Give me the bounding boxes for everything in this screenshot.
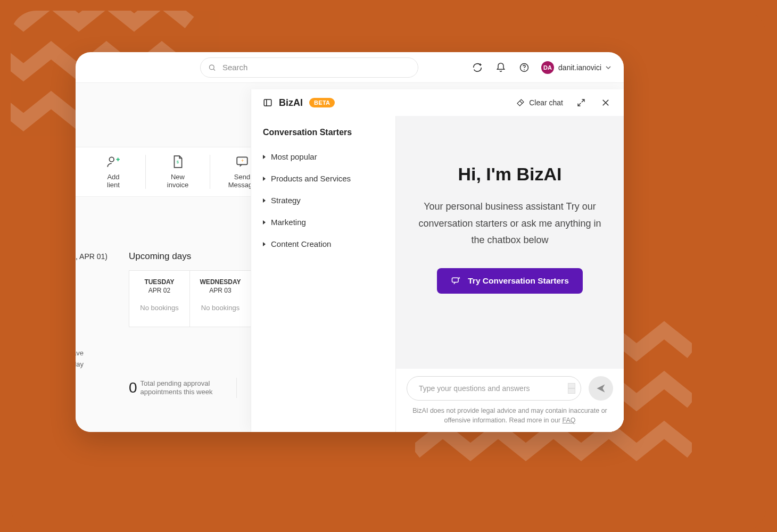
starter-label: Content Creation [271,239,331,248]
user-menu[interactable]: DA danit.ianovici [541,61,611,74]
chevron-right-icon [263,155,266,159]
stat-value: 0 [129,379,137,396]
day-date: APR 02 [135,287,184,294]
stepper-up-icon[interactable] [568,383,575,388]
chevron-down-icon [606,65,611,70]
day-status: No bookings [195,304,245,312]
send-icon [596,383,606,394]
chat-input-field[interactable] [407,376,581,401]
conversation-starters-sidebar: Conversation Starters Most popular Produ… [251,116,396,432]
resize-stepper[interactable] [568,383,575,394]
send-button[interactable] [589,376,613,401]
starter-label: Marketing [271,218,306,227]
svg-point-3 [524,69,525,70]
starters-heading: Conversation Starters [263,128,384,137]
starter-item-most-popular[interactable]: Most popular [263,146,384,168]
day-card[interactable]: TUESDAY APR 02 No bookings [129,271,190,327]
try-starters-button[interactable]: Try Conversation Starters [437,268,583,294]
quick-action-add-client[interactable]: Addlient [81,155,145,189]
chat-area: Hi, I'm BizAI Your personal business ass… [396,116,624,432]
bizai-panel: BizAI BETA Clear chat Conversation Start… [251,89,624,432]
bell-icon[interactable] [494,61,507,74]
starter-label: Strategy [271,196,301,205]
clear-chat-label: Clear chat [529,98,563,107]
invoice-icon: $ [171,155,185,169]
day-name: TUESDAY [135,278,184,286]
close-icon[interactable] [599,96,612,109]
today-date-partial: N, APR 01) [76,252,108,261]
stepper-down-icon[interactable] [568,388,575,394]
bizai-title: BizAI [279,97,303,109]
chat-input-bar [396,369,624,406]
stats-row: 0 Total pending approval appointments th… [129,378,261,398]
search-input[interactable] [222,63,410,72]
bizai-body: Conversation Starters Most popular Produ… [251,116,624,432]
chevron-right-icon [263,198,266,203]
svg-point-0 [209,65,214,70]
broom-icon [516,98,525,107]
chat-input[interactable] [419,384,568,393]
disclaimer-text: BizAI does not provide legal advice and … [396,406,624,433]
svg-rect-10 [452,278,459,282]
greeting-subtitle: Your personal business assistant Try our… [411,198,609,249]
stat-label: Total pending approval appointments this… [140,379,220,397]
starter-label: Most popular [271,152,317,161]
faq-link[interactable]: FAQ [563,417,576,424]
help-icon[interactable] [518,61,531,74]
day-name: WEDNESDAY [195,278,245,286]
separator [236,378,237,398]
message-icon: + [235,155,249,169]
chevron-right-icon [263,220,266,225]
day-card[interactable]: WEDNESDAY APR 03 No bookings [190,271,251,327]
topbar-actions: DA danit.ianovici [471,61,611,74]
quick-action-label: Addlient [107,173,120,189]
quick-action-new-invoice[interactable]: $ Newinvoice [146,155,210,189]
svg-text:+: + [241,157,244,163]
refresh-sparkle-icon[interactable] [471,61,484,74]
chevron-right-icon [263,242,266,246]
greeting-heading: Hi, I'm BizAI [411,164,609,185]
expand-icon[interactable] [575,96,588,109]
upcoming-days-list: TUESDAY APR 02 No bookings WEDNESDAY APR… [129,270,251,327]
bizai-header: BizAI BETA Clear chat [251,89,624,116]
user-name: danit.ianovici [558,63,601,72]
day-date: APR 03 [195,287,245,294]
sidebar-note-partial: aveday [76,348,84,370]
upcoming-days-title: Upcoming days [129,251,191,262]
chat-sparkle-icon [451,276,461,286]
clear-chat-button[interactable]: Clear chat [516,98,563,107]
starter-item-content-creation[interactable]: Content Creation [263,233,384,255]
app-window: DA danit.ianovici Addlient $ Newinvoice … [76,52,624,432]
chevron-right-icon [263,177,266,181]
panel-collapse-icon[interactable] [263,98,272,107]
beta-badge: BETA [309,98,335,107]
svg-point-4 [109,157,114,162]
svg-rect-8 [264,99,271,106]
search-field[interactable] [200,57,418,78]
avatar: DA [541,61,554,74]
user-plus-icon [106,155,120,169]
starter-item-strategy[interactable]: Strategy [263,189,384,211]
quick-action-label: Newinvoice [167,173,188,189]
search-icon [208,63,216,72]
svg-line-1 [213,69,215,70]
starter-item-marketing[interactable]: Marketing [263,211,384,233]
svg-text:$: $ [177,160,179,164]
topbar: DA danit.ianovici [76,52,624,83]
chat-scroll[interactable]: Hi, I'm BizAI Your personal business ass… [396,116,624,369]
starter-item-products-services[interactable]: Products and Services [263,168,384,189]
day-status: No bookings [135,304,184,312]
cta-label: Try Conversation Starters [468,276,569,286]
starter-label: Products and Services [271,174,351,183]
